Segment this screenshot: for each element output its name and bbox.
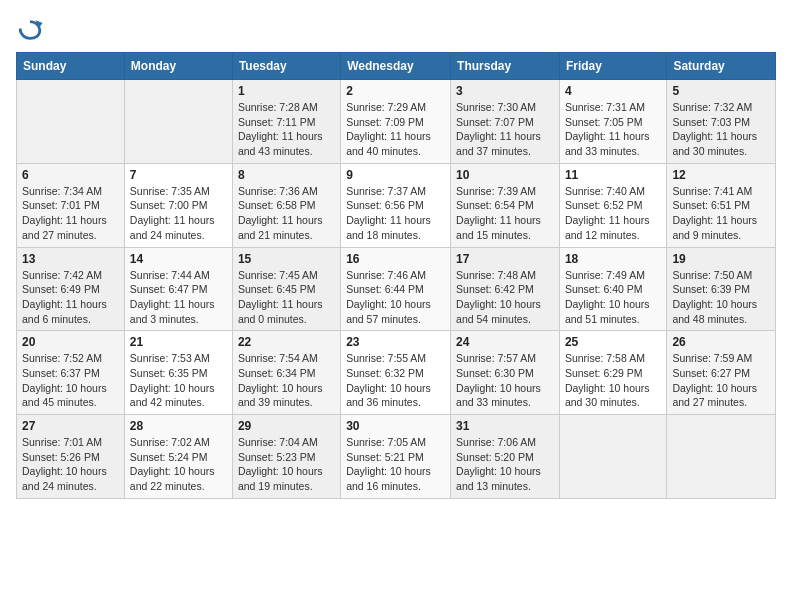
day-info: Sunrise: 7:28 AM Sunset: 7:11 PM Dayligh…: [238, 100, 335, 159]
calendar-cell: 11Sunrise: 7:40 AM Sunset: 6:52 PM Dayli…: [559, 163, 666, 247]
day-info: Sunrise: 7:54 AM Sunset: 6:34 PM Dayligh…: [238, 351, 335, 410]
calendar-header-row: SundayMondayTuesdayWednesdayThursdayFrid…: [17, 53, 776, 80]
calendar-cell: 3Sunrise: 7:30 AM Sunset: 7:07 PM Daylig…: [451, 80, 560, 164]
day-info: Sunrise: 7:50 AM Sunset: 6:39 PM Dayligh…: [672, 268, 770, 327]
day-number: 14: [130, 252, 227, 266]
day-number: 26: [672, 335, 770, 349]
day-info: Sunrise: 7:40 AM Sunset: 6:52 PM Dayligh…: [565, 184, 661, 243]
day-number: 11: [565, 168, 661, 182]
day-info: Sunrise: 7:44 AM Sunset: 6:47 PM Dayligh…: [130, 268, 227, 327]
calendar-cell: 31Sunrise: 7:06 AM Sunset: 5:20 PM Dayli…: [451, 415, 560, 499]
day-number: 16: [346, 252, 445, 266]
calendar-week-row: 1Sunrise: 7:28 AM Sunset: 7:11 PM Daylig…: [17, 80, 776, 164]
day-info: Sunrise: 7:42 AM Sunset: 6:49 PM Dayligh…: [22, 268, 119, 327]
day-info: Sunrise: 7:32 AM Sunset: 7:03 PM Dayligh…: [672, 100, 770, 159]
calendar-cell: [124, 80, 232, 164]
day-info: Sunrise: 7:59 AM Sunset: 6:27 PM Dayligh…: [672, 351, 770, 410]
day-info: Sunrise: 7:39 AM Sunset: 6:54 PM Dayligh…: [456, 184, 554, 243]
calendar-cell: 26Sunrise: 7:59 AM Sunset: 6:27 PM Dayli…: [667, 331, 776, 415]
header-saturday: Saturday: [667, 53, 776, 80]
calendar-cell: 7Sunrise: 7:35 AM Sunset: 7:00 PM Daylig…: [124, 163, 232, 247]
day-number: 30: [346, 419, 445, 433]
calendar-cell: [17, 80, 125, 164]
calendar-cell: 22Sunrise: 7:54 AM Sunset: 6:34 PM Dayli…: [232, 331, 340, 415]
day-info: Sunrise: 7:37 AM Sunset: 6:56 PM Dayligh…: [346, 184, 445, 243]
calendar-cell: [559, 415, 666, 499]
calendar-cell: 15Sunrise: 7:45 AM Sunset: 6:45 PM Dayli…: [232, 247, 340, 331]
header-thursday: Thursday: [451, 53, 560, 80]
day-info: Sunrise: 7:41 AM Sunset: 6:51 PM Dayligh…: [672, 184, 770, 243]
day-number: 22: [238, 335, 335, 349]
day-number: 18: [565, 252, 661, 266]
day-info: Sunrise: 7:01 AM Sunset: 5:26 PM Dayligh…: [22, 435, 119, 494]
calendar-cell: 30Sunrise: 7:05 AM Sunset: 5:21 PM Dayli…: [341, 415, 451, 499]
day-number: 25: [565, 335, 661, 349]
calendar-cell: 14Sunrise: 7:44 AM Sunset: 6:47 PM Dayli…: [124, 247, 232, 331]
day-info: Sunrise: 7:55 AM Sunset: 6:32 PM Dayligh…: [346, 351, 445, 410]
logo: [16, 16, 48, 44]
day-number: 10: [456, 168, 554, 182]
calendar-cell: 8Sunrise: 7:36 AM Sunset: 6:58 PM Daylig…: [232, 163, 340, 247]
calendar-cell: 29Sunrise: 7:04 AM Sunset: 5:23 PM Dayli…: [232, 415, 340, 499]
header-monday: Monday: [124, 53, 232, 80]
day-info: Sunrise: 7:05 AM Sunset: 5:21 PM Dayligh…: [346, 435, 445, 494]
calendar-table: SundayMondayTuesdayWednesdayThursdayFrid…: [16, 52, 776, 499]
calendar-week-row: 20Sunrise: 7:52 AM Sunset: 6:37 PM Dayli…: [17, 331, 776, 415]
day-info: Sunrise: 7:58 AM Sunset: 6:29 PM Dayligh…: [565, 351, 661, 410]
logo-icon: [16, 16, 44, 44]
day-info: Sunrise: 7:45 AM Sunset: 6:45 PM Dayligh…: [238, 268, 335, 327]
day-info: Sunrise: 7:49 AM Sunset: 6:40 PM Dayligh…: [565, 268, 661, 327]
day-number: 24: [456, 335, 554, 349]
calendar-cell: 10Sunrise: 7:39 AM Sunset: 6:54 PM Dayli…: [451, 163, 560, 247]
day-info: Sunrise: 7:52 AM Sunset: 6:37 PM Dayligh…: [22, 351, 119, 410]
header-wednesday: Wednesday: [341, 53, 451, 80]
day-number: 17: [456, 252, 554, 266]
calendar-cell: 25Sunrise: 7:58 AM Sunset: 6:29 PM Dayli…: [559, 331, 666, 415]
day-number: 9: [346, 168, 445, 182]
day-number: 15: [238, 252, 335, 266]
calendar-cell: 24Sunrise: 7:57 AM Sunset: 6:30 PM Dayli…: [451, 331, 560, 415]
calendar-cell: 20Sunrise: 7:52 AM Sunset: 6:37 PM Dayli…: [17, 331, 125, 415]
day-info: Sunrise: 7:57 AM Sunset: 6:30 PM Dayligh…: [456, 351, 554, 410]
calendar-cell: 4Sunrise: 7:31 AM Sunset: 7:05 PM Daylig…: [559, 80, 666, 164]
calendar-cell: 6Sunrise: 7:34 AM Sunset: 7:01 PM Daylig…: [17, 163, 125, 247]
header-friday: Friday: [559, 53, 666, 80]
day-number: 7: [130, 168, 227, 182]
day-number: 2: [346, 84, 445, 98]
calendar-cell: 9Sunrise: 7:37 AM Sunset: 6:56 PM Daylig…: [341, 163, 451, 247]
day-info: Sunrise: 7:30 AM Sunset: 7:07 PM Dayligh…: [456, 100, 554, 159]
day-info: Sunrise: 7:48 AM Sunset: 6:42 PM Dayligh…: [456, 268, 554, 327]
calendar-cell: [667, 415, 776, 499]
day-number: 29: [238, 419, 335, 433]
calendar-week-row: 6Sunrise: 7:34 AM Sunset: 7:01 PM Daylig…: [17, 163, 776, 247]
day-info: Sunrise: 7:35 AM Sunset: 7:00 PM Dayligh…: [130, 184, 227, 243]
calendar-week-row: 27Sunrise: 7:01 AM Sunset: 5:26 PM Dayli…: [17, 415, 776, 499]
calendar-cell: 23Sunrise: 7:55 AM Sunset: 6:32 PM Dayli…: [341, 331, 451, 415]
day-number: 1: [238, 84, 335, 98]
calendar-cell: 21Sunrise: 7:53 AM Sunset: 6:35 PM Dayli…: [124, 331, 232, 415]
day-info: Sunrise: 7:04 AM Sunset: 5:23 PM Dayligh…: [238, 435, 335, 494]
header-tuesday: Tuesday: [232, 53, 340, 80]
calendar-cell: 2Sunrise: 7:29 AM Sunset: 7:09 PM Daylig…: [341, 80, 451, 164]
day-info: Sunrise: 7:31 AM Sunset: 7:05 PM Dayligh…: [565, 100, 661, 159]
calendar-cell: 1Sunrise: 7:28 AM Sunset: 7:11 PM Daylig…: [232, 80, 340, 164]
day-number: 5: [672, 84, 770, 98]
day-number: 21: [130, 335, 227, 349]
calendar-cell: 12Sunrise: 7:41 AM Sunset: 6:51 PM Dayli…: [667, 163, 776, 247]
day-number: 13: [22, 252, 119, 266]
day-info: Sunrise: 7:53 AM Sunset: 6:35 PM Dayligh…: [130, 351, 227, 410]
calendar-cell: 27Sunrise: 7:01 AM Sunset: 5:26 PM Dayli…: [17, 415, 125, 499]
day-number: 20: [22, 335, 119, 349]
day-number: 4: [565, 84, 661, 98]
page-header: [16, 16, 776, 44]
calendar-cell: 5Sunrise: 7:32 AM Sunset: 7:03 PM Daylig…: [667, 80, 776, 164]
calendar-cell: 28Sunrise: 7:02 AM Sunset: 5:24 PM Dayli…: [124, 415, 232, 499]
day-info: Sunrise: 7:36 AM Sunset: 6:58 PM Dayligh…: [238, 184, 335, 243]
day-number: 19: [672, 252, 770, 266]
day-info: Sunrise: 7:02 AM Sunset: 5:24 PM Dayligh…: [130, 435, 227, 494]
day-number: 28: [130, 419, 227, 433]
header-sunday: Sunday: [17, 53, 125, 80]
calendar-cell: 16Sunrise: 7:46 AM Sunset: 6:44 PM Dayli…: [341, 247, 451, 331]
day-number: 12: [672, 168, 770, 182]
day-number: 27: [22, 419, 119, 433]
